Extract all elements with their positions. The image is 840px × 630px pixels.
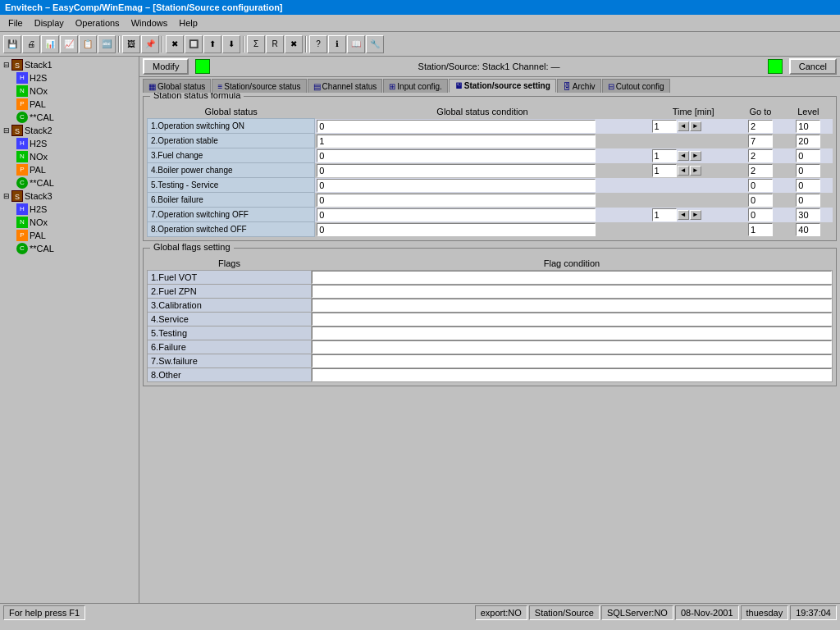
- toggle-stack1[interactable]: ⊟: [3, 61, 11, 69]
- condition-input[interactable]: [317, 194, 596, 207]
- goto-input[interactable]: [748, 120, 773, 133]
- toolbar-btn-6[interactable]: 🔤: [98, 35, 116, 53]
- level-input[interactable]: [796, 179, 820, 192]
- menu-windows[interactable]: Windows: [126, 16, 173, 30]
- goto-input[interactable]: [748, 164, 773, 177]
- time-decrease-btn[interactable]: ◄: [678, 151, 689, 161]
- goto-input[interactable]: [748, 194, 773, 207]
- tab-station-source-setting[interactable]: 🖥 Station/source setting: [449, 79, 556, 93]
- toolbar-btn-5[interactable]: 📋: [79, 35, 97, 53]
- tab-station-source-status[interactable]: ≡ Station/source status: [212, 79, 306, 93]
- sidebar-item-stack1-cal[interactable]: C **CAL: [15, 111, 137, 124]
- menu-file[interactable]: File: [3, 16, 28, 30]
- time-input[interactable]: [652, 120, 677, 133]
- time-input[interactable]: [652, 208, 677, 221]
- status-table-row: 3.Fuel change◄►: [148, 148, 833, 163]
- cancel-button[interactable]: Cancel: [789, 58, 837, 75]
- toolbar-btn-sum[interactable]: Σ: [247, 35, 265, 53]
- toolbar-btn-7[interactable]: 🖼: [122, 35, 140, 53]
- modify-button[interactable]: Modify: [143, 58, 189, 75]
- condition-input[interactable]: [317, 135, 596, 148]
- toolbar-btn-r[interactable]: R: [266, 35, 284, 53]
- time-increase-btn[interactable]: ►: [690, 121, 701, 131]
- sidebar-item-stack2[interactable]: ⊟ S Stack2: [2, 124, 137, 137]
- flag-condition-input[interactable]: [312, 354, 832, 368]
- sidebar-item-stack1[interactable]: ⊟ S Stack1: [2, 58, 137, 71]
- toggle-stack3[interactable]: ⊟: [3, 192, 11, 200]
- level-input[interactable]: [796, 164, 820, 177]
- flag-condition-input[interactable]: [312, 285, 832, 298]
- toolbar-btn-x2[interactable]: ✖: [285, 35, 303, 53]
- level-input[interactable]: [796, 135, 820, 148]
- condition-input[interactable]: [317, 149, 596, 162]
- toolbar-btn-3[interactable]: 📊: [41, 35, 59, 53]
- toolbar-btn-2[interactable]: 🖨: [22, 35, 40, 53]
- flag-condition-input[interactable]: [312, 340, 832, 354]
- toolbar-btn-8[interactable]: 📌: [141, 35, 159, 53]
- goto-input[interactable]: [748, 149, 773, 162]
- level-input[interactable]: [796, 149, 820, 162]
- sidebar-item-stack1-pal[interactable]: P PAL: [15, 98, 137, 111]
- menu-display[interactable]: Display: [30, 16, 69, 30]
- toolbar-btn-1[interactable]: 💾: [3, 35, 21, 53]
- toggle-stack2[interactable]: ⊟: [3, 126, 11, 135]
- level-input[interactable]: [796, 208, 820, 221]
- condition-input[interactable]: [317, 208, 596, 221]
- time-input[interactable]: [652, 164, 677, 177]
- level-input[interactable]: [796, 120, 820, 133]
- flag-condition-input[interactable]: [312, 299, 832, 312]
- time-decrease-btn[interactable]: ◄: [678, 121, 689, 131]
- time-decrease-btn[interactable]: ◄: [678, 210, 689, 220]
- toolbar-btn-9[interactable]: ✖: [166, 35, 184, 53]
- tab-global-status[interactable]: ▦ Global status: [143, 79, 211, 93]
- time-input[interactable]: [652, 149, 677, 162]
- condition-input[interactable]: [317, 179, 596, 192]
- sidebar-item-stack3[interactable]: ⊟ S Stack3: [2, 189, 137, 203]
- tab-input-config[interactable]: ⊞ Input config.: [383, 79, 447, 93]
- stack2-children: H H2S N NOx P PAL C **CAL: [2, 137, 137, 189]
- menu-operations[interactable]: Operations: [71, 16, 125, 30]
- sidebar-item-stack3-cal[interactable]: C **CAL: [15, 242, 137, 255]
- tab-archiv[interactable]: 🗄 Archiv: [557, 79, 601, 93]
- goto-input[interactable]: [748, 135, 773, 148]
- sidebar-item-stack2-cal[interactable]: C **CAL: [15, 176, 137, 189]
- toolbar-btn-help[interactable]: ?: [309, 35, 327, 53]
- toolbar-btn-extra[interactable]: 🔧: [366, 35, 384, 53]
- goto-input[interactable]: [748, 208, 773, 221]
- time-increase-btn[interactable]: ►: [690, 166, 701, 176]
- condition-input[interactable]: [317, 120, 596, 133]
- sidebar-item-stack3-nox[interactable]: N NOx: [15, 216, 137, 229]
- toolbar-btn-about[interactable]: 📖: [347, 35, 365, 53]
- tab-cutout-config[interactable]: ⊟ Cutout config: [602, 79, 670, 93]
- toolbar-btn-4[interactable]: 📈: [60, 35, 78, 53]
- toolbar-btn-11[interactable]: ⬆: [203, 35, 221, 53]
- level-input[interactable]: [796, 223, 820, 236]
- sidebar-item-stack1-h2s[interactable]: H H2S: [15, 71, 137, 84]
- goto-input[interactable]: [748, 179, 773, 192]
- sidebar-item-stack2-nox[interactable]: N NOx: [15, 150, 137, 163]
- row-level-cell: [784, 148, 832, 163]
- toolbar-btn-12[interactable]: ⬇: [222, 35, 240, 53]
- time-increase-btn[interactable]: ►: [690, 210, 701, 220]
- condition-input[interactable]: [317, 164, 596, 177]
- title-text: Envitech – EasyComp/WinEmag – [Station/S…: [5, 2, 283, 12]
- condition-input[interactable]: [317, 223, 596, 236]
- goto-input[interactable]: [748, 223, 773, 236]
- flag-condition-input[interactable]: [312, 271, 832, 284]
- time-increase-btn[interactable]: ►: [690, 151, 701, 161]
- level-input[interactable]: [796, 194, 820, 207]
- toolbar-btn-10[interactable]: 🔲: [185, 35, 203, 53]
- menu-help[interactable]: Help: [174, 16, 203, 30]
- sidebar-item-stack1-nox[interactable]: N NOx: [15, 84, 137, 98]
- time-decrease-btn[interactable]: ◄: [678, 166, 689, 176]
- stack1-label: Stack1: [25, 60, 52, 70]
- sidebar-item-stack3-pal[interactable]: P PAL: [15, 229, 137, 242]
- sidebar-item-stack2-pal[interactable]: P PAL: [15, 163, 137, 176]
- tab-channel-status[interactable]: ▤ Channel status: [308, 79, 383, 93]
- sidebar-item-stack3-h2s[interactable]: H H2S: [15, 203, 137, 216]
- flag-condition-input[interactable]: [312, 368, 832, 381]
- flag-condition-input[interactable]: [312, 313, 832, 326]
- sidebar-item-stack2-h2s[interactable]: H H2S: [15, 137, 137, 150]
- flag-condition-input[interactable]: [312, 326, 832, 340]
- toolbar-btn-info[interactable]: ℹ: [328, 35, 346, 53]
